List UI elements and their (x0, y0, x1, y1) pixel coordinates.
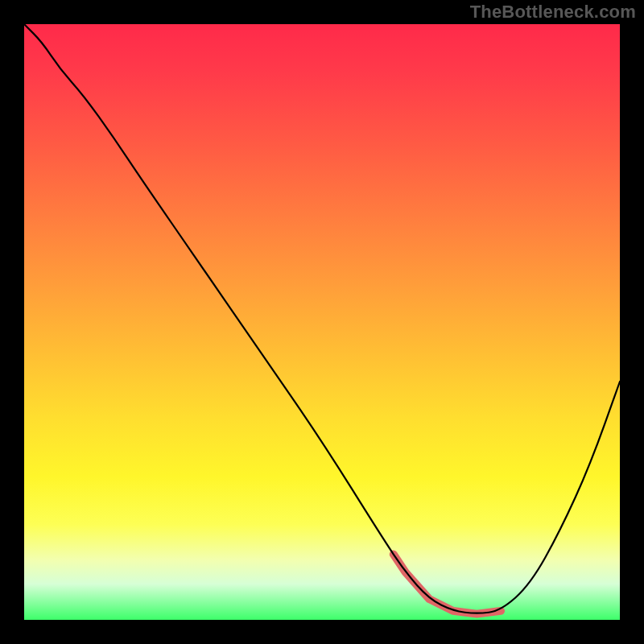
plot-area (24, 24, 620, 620)
bottleneck-curve (24, 24, 620, 613)
curve-svg (24, 24, 620, 620)
watermark-text: TheBottleneck.com (470, 2, 636, 23)
highlight-segment (394, 555, 501, 614)
chart-container: TheBottleneck.com (0, 0, 644, 644)
